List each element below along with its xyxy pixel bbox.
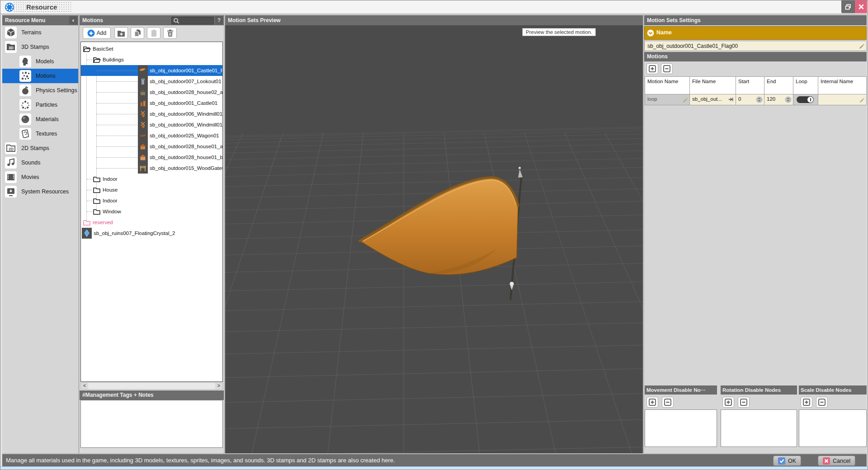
gate-thumbnail-icon <box>138 163 148 174</box>
tree-item-sb-obj-outdoor028-house02-a[interactable]: sb_obj_outdoor028_house02_a <box>81 87 222 98</box>
collapse-sidebar-button[interactable]: ‹ <box>69 16 77 24</box>
preview-header: Motion Sets Preview <box>225 15 643 25</box>
management-tags-notes-input[interactable] <box>80 400 223 448</box>
add-motion-row-button[interactable] <box>646 63 658 74</box>
tree-item-sb-obj-outdoor007-lookout01[interactable]: sb_obj_outdoor007_Lookout01 <box>81 76 222 87</box>
add-label: Add <box>97 30 106 36</box>
sidebar-item-label: Models <box>36 54 54 69</box>
rotation-disable-nodes-add-button[interactable] <box>722 397 734 408</box>
file-name-cell[interactable]: sb_obj_out... <box>690 94 736 105</box>
tree-folder-indoor[interactable]: Indoor <box>81 195 222 206</box>
tree-item-sb-obj-outdoor006-windmill01-s[interactable]: sb_obj_outdoor006_Windmill01_s <box>81 108 222 119</box>
sidebar-item-2d-stamps[interactable]: 2D2D Stamps <box>2 141 78 155</box>
resource-menu-title: Resource Menu <box>5 17 45 24</box>
preview-viewport[interactable]: Preview the selected motion. <box>225 25 643 453</box>
close-window-button[interactable] <box>855 0 867 13</box>
paste-button[interactable] <box>147 27 160 39</box>
motions-search-input[interactable] <box>171 17 214 24</box>
trash-icon <box>165 28 175 38</box>
tree-connector <box>97 146 137 147</box>
restore-window-button[interactable] <box>841 0 855 13</box>
scale-disable-nodes-add-button[interactable] <box>801 397 812 408</box>
name-section-bar[interactable]: Name <box>644 26 867 40</box>
movement-disable-nodes-add-button[interactable] <box>646 397 658 408</box>
start-frame-cell[interactable]: 0 <box>736 94 764 105</box>
tree-horizontal-scrollbar[interactable]: < > <box>80 382 223 390</box>
tree-item-sb-obj-outdoor028-house01-a[interactable]: sb_obj_outdoor028_house01_a <box>81 141 222 152</box>
delete-button[interactable] <box>163 27 177 39</box>
rotation-disable-nodes-list[interactable] <box>721 409 797 447</box>
title-bar[interactable]: Resource <box>0 0 868 14</box>
folder-icon <box>93 197 101 205</box>
movement-disable-nodes-remove-button[interactable] <box>662 397 674 408</box>
sidebar-item-sounds[interactable]: Sounds <box>2 155 78 170</box>
sidebar-item-system-resources[interactable]: System Resources <box>2 184 78 199</box>
ok-button[interactable]: OK <box>773 456 801 466</box>
stepper-icon[interactable] <box>756 96 763 104</box>
duplicate-button[interactable] <box>131 27 144 39</box>
tree-label: sb_obj_outdoor001_Castle01 <box>150 98 217 108</box>
tree-connector <box>97 114 137 114</box>
movement-disable-nodes-list[interactable] <box>645 409 717 447</box>
cancel-button[interactable]: Cancel <box>818 456 855 466</box>
sidebar-item-materials[interactable]: Materials <box>2 112 78 127</box>
tree-label: sb_obj_outdoor015_WoodGate01 <box>150 163 223 174</box>
tree-item-sb-obj-outdoor001-castle01[interactable]: sb_obj_outdoor001_Castle01 <box>81 98 222 108</box>
scroll-left-arrow[interactable]: < <box>81 383 88 389</box>
tree-connector <box>97 81 137 82</box>
tree-label: sb_obj_outdoor028_house01_a <box>150 141 223 152</box>
sidebar-item-textures[interactable]: Textures <box>2 127 78 141</box>
internal-name-cell[interactable] <box>818 94 867 105</box>
motions-icon <box>19 70 31 82</box>
tree-item-sb-obj-outdoor025-wagon01[interactable]: sb_obj_outdoor025_Wagon01 <box>81 130 222 141</box>
motion-name-cell[interactable]: loop <box>645 94 690 105</box>
wagon-thumbnail-icon <box>138 130 148 141</box>
column-header-internal-name: Internal Name <box>818 76 867 94</box>
sidebar-item-terrains[interactable]: Terrains <box>2 25 78 40</box>
tree-folder-window[interactable]: Window <box>81 206 222 217</box>
sidebar-item-movies[interactable]: Movies <box>2 170 78 184</box>
tree-item-sb-obj-outdoor006-windmill01-l[interactable]: sb_obj_outdoor006_Windmill01_l <box>81 119 222 130</box>
loop-toggle[interactable] <box>797 96 814 103</box>
tree-item-sb-obj-ruins007-floatingcrystal-2[interactable]: sb_obj_ruins007_FloatingCrystal_2 <box>81 228 222 239</box>
sidebar-item-models[interactable]: Models <box>2 54 78 69</box>
tree-label: sb_obj_outdoor028_house01_b <box>150 152 223 163</box>
tree-item-sb-obj-outdoor001-castle01-flag00[interactable]: sb_obj_outdoor001_Castle01_Flag00 <box>81 65 222 76</box>
physics-icon <box>19 85 31 96</box>
new-folder-icon <box>117 29 126 38</box>
tree-connector <box>87 212 92 212</box>
sidebar-item-label: 3D Stamps <box>21 40 49 54</box>
particles-icon <box>19 99 31 111</box>
new-folder-button[interactable] <box>114 27 128 39</box>
add-motion-button[interactable]: Add <box>83 27 111 39</box>
sidebar-item-motions[interactable]: Motions <box>2 69 78 83</box>
tree-folder-buildings[interactable]: Buildings <box>81 54 222 65</box>
scale-disable-nodes-header: Scale Disable Nodes <box>799 385 867 395</box>
tree-folder-house[interactable]: House <box>81 184 222 195</box>
tree-label: Indoor <box>103 195 118 206</box>
search-icon <box>173 17 180 24</box>
scale-disable-nodes-remove-button[interactable] <box>816 397 828 408</box>
rotation-disable-nodes-header: Rotation Disable Nodes <box>721 385 797 395</box>
loop-cell[interactable] <box>793 94 818 105</box>
remove-motion-row-button[interactable] <box>661 63 673 74</box>
stepper-icon[interactable] <box>785 96 792 104</box>
flag-thumbnail-icon <box>138 65 148 76</box>
disable-node-panels: Movement Disable No⋯Rotation Disable Nod… <box>645 385 867 448</box>
tree-item-sb-obj-outdoor015-woodgate01[interactable]: sb_obj_outdoor015_WoodGate01 <box>81 163 222 174</box>
motion-set-name-input[interactable] <box>644 41 867 51</box>
tree-folder-reserved[interactable]: reserved <box>81 217 222 228</box>
end-frame-cell[interactable]: 120 <box>764 94 793 105</box>
scale-disable-nodes-list[interactable] <box>799 409 867 447</box>
column-header-start: Start <box>736 76 764 94</box>
tree-folder-basicset[interactable]: BasicSet <box>81 43 222 54</box>
rotation-disable-nodes-remove-button[interactable] <box>738 397 750 408</box>
tree-item-sb-obj-outdoor028-house01-b[interactable]: sb_obj_outdoor028_house01_b <box>81 152 222 163</box>
tree-folder-indoor[interactable]: Indoor <box>81 174 222 184</box>
sidebar-item-3d-stamps[interactable]: 3D3D Stamps <box>2 40 78 54</box>
sidebar-item-particles[interactable]: Particles <box>2 98 78 112</box>
sidebar-item-physics-settings[interactable]: Physics Settings <box>2 83 78 98</box>
scroll-right-arrow[interactable]: > <box>215 383 222 389</box>
help-button[interactable]: ? <box>215 16 223 24</box>
paste-icon <box>149 28 158 38</box>
